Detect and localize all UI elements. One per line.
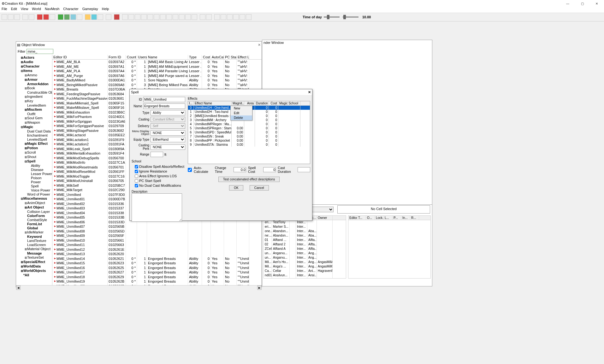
- chk-pc-start[interactable]: [135, 179, 138, 183]
- tree-item[interactable]: LandTexture: [17, 239, 51, 243]
- tree-item[interactable]: ⊞SpecialEffect: [17, 260, 51, 264]
- column-header[interactable]: Users: [137, 55, 147, 59]
- list-row[interactable]: MME_Unmilked16010526250 *1Engorged Breas…: [52, 266, 262, 270]
- scrollbar-horizontal[interactable]: ◀▶: [16, 285, 262, 290]
- tree-item[interactable]: Constructible Objec: [17, 91, 51, 95]
- cell-col[interactable]: Owner: [317, 216, 333, 220]
- ok-button[interactable]: OK: [229, 185, 243, 191]
- tree-item[interactable]: ColorForm: [17, 214, 51, 218]
- tree-item[interactable]: ⊟Magic: [17, 125, 51, 129]
- tool-btn[interactable]: [70, 14, 76, 20]
- ctx-delete[interactable]: Delete: [231, 115, 252, 120]
- minimize-button[interactable]: —: [560, 0, 575, 7]
- menu-file[interactable]: File: [2, 7, 7, 13]
- list-row[interactable]: MME_Unmilked200105262D0 *1Engorged Breas…: [52, 284, 262, 285]
- spell-perk-select[interactable]: NONE: [151, 144, 185, 150]
- cell-row[interactable]: Mil...Aeri's Ho...Inter...Ang...AngasMil…: [264, 260, 346, 264]
- time-slider-coarse[interactable]: [324, 16, 340, 18]
- tree-item[interactable]: ⊞AnimObject: [17, 201, 51, 205]
- tool-btn[interactable]: [221, 14, 226, 20]
- tool-btn[interactable]: [200, 14, 205, 20]
- tree-item[interactable]: ⊞Potion: [17, 146, 51, 150]
- effect-row[interactable]: 8UnmilkedPP : Pickpocket0.0000: [188, 138, 310, 143]
- cell-row[interactable]: Ca...CellarInter...Ani...HagravenFa...: [264, 269, 346, 273]
- cell-row[interactable]: ne:...Abandon...Inter...Aba...: [264, 233, 346, 238]
- tree-item[interactable]: Spell: [17, 184, 51, 188]
- list-row[interactable]: MME_AM_ME010597A10 *1[MME] AM MilkEquipm…: [52, 64, 262, 69]
- tree-item[interactable]: Global: [17, 226, 51, 230]
- list-row[interactable]: MME_Unmilked080102565D: [52, 229, 262, 234]
- effect-row[interactable]: 5UnmilkedSPRegen : Stam...0.0000: [188, 126, 310, 130]
- tree-item[interactable]: ⊞Scroll: [17, 150, 51, 155]
- tool-btn[interactable]: [135, 14, 140, 20]
- column-header[interactable]: Count: [126, 55, 137, 59]
- effects-col[interactable]: Effect Name: [194, 101, 232, 105]
- tree-item[interactable]: ⊞Shout: [17, 155, 51, 159]
- tool-btn[interactable]: [29, 14, 34, 20]
- tree-item[interactable]: FormList: [17, 222, 51, 226]
- tree-item[interactable]: ⊟Items: [17, 69, 51, 73]
- cell-row[interactable]: nd01Ansilvun...Inter...Ansi...: [264, 273, 346, 278]
- list-row[interactable]: MME_AM_PLA010597A40 *1[MME] AM Parasite …: [52, 69, 262, 73]
- tree-item[interactable]: Message: [17, 251, 51, 255]
- list-row[interactable]: MME_BadlyMilked01000DA10 *1Sore NipplesA…: [52, 78, 262, 83]
- spell-id-input[interactable]: [143, 97, 185, 102]
- spell-type-select[interactable]: Ability: [151, 110, 185, 115]
- effects-col[interactable]: Duration: [255, 101, 269, 105]
- menu-edit[interactable]: Edit: [11, 7, 17, 13]
- cell-row[interactable]: one...Abandon...Inter...Aba...: [264, 229, 346, 233]
- tree-item[interactable]: ⊟Miscellaneous: [17, 197, 51, 201]
- column-header[interactable]: Cost: [202, 55, 211, 59]
- tree-item[interactable]: ArmorAddon: [17, 82, 51, 86]
- cell-row[interactable]: 01Alftand ...Inter...Alfta...: [264, 238, 346, 242]
- tool-btn[interactable]: [106, 14, 111, 20]
- spell-description[interactable]: [132, 193, 182, 222]
- tool-btn[interactable]: [160, 14, 166, 20]
- tree-item[interactable]: Enchantment: [17, 133, 51, 138]
- tree-item[interactable]: Outfit: [17, 112, 51, 116]
- effects-col[interactable]: Magic School: [278, 101, 300, 105]
- tree-item[interactable]: ⊞WorldData: [17, 264, 51, 269]
- effects-col[interactable]: Area: [244, 101, 255, 105]
- spell-cost-input[interactable]: [263, 167, 276, 172]
- tree-item[interactable]: Ability: [17, 164, 51, 168]
- time-slider-fine[interactable]: [343, 16, 358, 18]
- list-row[interactable]: MME_Unmilked070102565B: [52, 224, 262, 229]
- tool-btn[interactable]: [246, 14, 252, 20]
- tool-btn[interactable]: [128, 14, 134, 20]
- cancel-button[interactable]: Cancel: [250, 185, 269, 191]
- tree-item[interactable]: ⊞Book: [17, 86, 51, 91]
- cast-duration-input[interactable]: [298, 167, 310, 172]
- reference-list[interactable]: Editor IDT...O...Lock...L...P...In...R..…: [348, 215, 431, 279]
- ref-col[interactable]: L...: [384, 216, 393, 220]
- column-header[interactable]: PC Start...: [224, 55, 237, 59]
- tool-btn[interactable]: [233, 14, 239, 20]
- test-descriptions-button[interactable]: Test concatenated effect descriptions: [218, 177, 280, 182]
- spell-range-input[interactable]: [151, 152, 163, 157]
- tool-btn[interactable]: [58, 14, 63, 20]
- column-header[interactable]: Type: [188, 55, 202, 59]
- category-tree[interactable]: ⊞Actors⊞Audio⊞Character⊟Items⊞Ammo⊞Armor…: [16, 55, 52, 285]
- tree-item[interactable]: Power: [17, 180, 51, 184]
- list-row[interactable]: MME_Unmilked120105261E: [52, 247, 262, 252]
- spell-mdo-select[interactable]: NONE: [151, 130, 185, 136]
- list-row[interactable]: MME_Unmilked090102565F: [52, 233, 262, 238]
- tool-btn[interactable]: [192, 14, 197, 20]
- tree-item[interactable]: ⊞Art Object: [17, 205, 51, 210]
- tool-btn[interactable]: [22, 14, 28, 20]
- list-row[interactable]: MME_Unmilked1001025661: [52, 238, 262, 243]
- tool-btn[interactable]: [227, 14, 233, 20]
- tree-item[interactable]: ⊞Armor: [17, 78, 51, 82]
- menu-gameplay[interactable]: Gameplay: [82, 7, 98, 13]
- tool-btn[interactable]: [154, 14, 159, 20]
- tree-item[interactable]: LeveledItem: [17, 103, 51, 108]
- tool-btn[interactable]: [166, 14, 172, 20]
- list-row[interactable]: MME_BeingMilkedPassive010369A80 *3[MME] …: [52, 83, 262, 87]
- tree-item[interactable]: ⊞Magic Effect: [17, 142, 51, 146]
- list-row[interactable]: MME_AM_BLA010597A20 *1[MME] AM Basic Liv…: [52, 60, 262, 64]
- cell-row[interactable]: un...Angarvu...Inter...Ang...: [264, 255, 346, 260]
- close-button[interactable]: ✕: [589, 0, 604, 7]
- tool-btn[interactable]: [37, 14, 43, 20]
- tree-item[interactable]: Poison: [17, 176, 51, 180]
- ref-col[interactable]: R...: [410, 216, 419, 220]
